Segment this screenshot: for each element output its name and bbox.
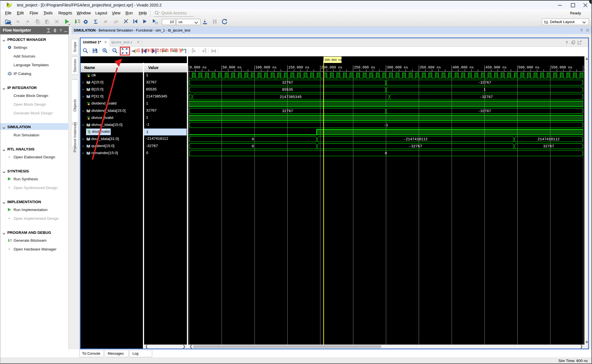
svg-text:?: ?: [580, 28, 583, 32]
svg-text:150.000 ns: 150.000 ns: [288, 66, 310, 70]
svg-text:550.000 ns: 550.000 ns: [551, 66, 572, 70]
svg-text:0.000 ns: 0.000 ns: [190, 66, 207, 70]
svg-text:-32767: -32767: [409, 144, 422, 148]
svg-text:500.000 ns: 500.000 ns: [518, 66, 540, 70]
svg-text:-1: -1: [384, 123, 388, 127]
svg-text:100.000 ns: 100.000 ns: [255, 66, 277, 70]
svg-text:450.000 ns: 450.000 ns: [485, 66, 507, 70]
svg-text:350.000 ns: 350.000 ns: [420, 66, 441, 70]
svg-text:-32767: -32767: [480, 95, 493, 99]
svg-text:-32767: -32767: [478, 81, 491, 85]
svg-text:-2147418112: -2147418112: [403, 137, 428, 141]
svg-text:(T): (T): [155, 22, 158, 25]
svg-text:400.000 ns: 400.000 ns: [452, 66, 474, 70]
svg-text:10: 10: [10, 240, 12, 242]
svg-text:32767: 32767: [282, 109, 293, 113]
svg-text:0: 0: [252, 137, 254, 141]
svg-text:10: 10: [78, 21, 80, 23]
svg-text:1: 1: [483, 88, 486, 92]
svg-text:2147385345: 2147385345: [280, 95, 302, 99]
svg-text:32767: 32767: [543, 144, 554, 148]
svg-text:50.000 ns: 50.000 ns: [223, 66, 242, 70]
svg-text:?: ?: [59, 28, 62, 33]
svg-text:2147418112: 2147418112: [538, 137, 560, 141]
svg-text:65535: 65535: [282, 88, 293, 92]
svg-text:32767: 32767: [282, 81, 293, 85]
svg-text:0: 0: [252, 144, 254, 148]
svg-text:?: ?: [566, 40, 568, 45]
svg-text:Σ: Σ: [94, 19, 98, 25]
svg-text:-32767: -32767: [478, 109, 491, 113]
svg-text:300.000 ns: 300.000 ns: [387, 66, 408, 70]
svg-text:205.004 ns: 205.004 ns: [324, 58, 342, 62]
svg-text:250.000 ns: 250.000 ns: [354, 66, 375, 70]
svg-text:0: 0: [385, 151, 387, 156]
svg-text:200.000 ns: 200.000 ns: [321, 66, 342, 70]
